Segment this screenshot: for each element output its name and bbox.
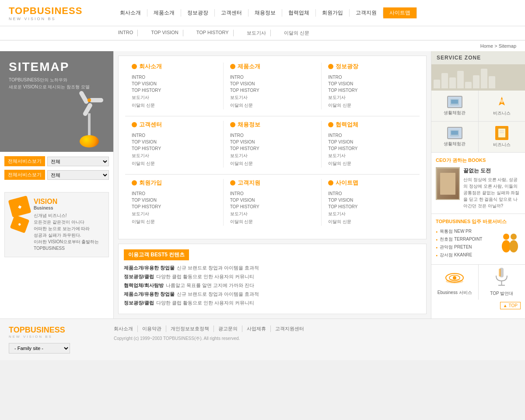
sitemap-link[interactable]: 보도기사 — [230, 210, 315, 218]
footer-nav-support[interactable]: 고객지원센터 — [275, 326, 308, 332]
sitemap-col-cs: 고객센터 INTRO TOP VISION TOP HISTORY 보도기사 이… — [125, 121, 224, 168]
ebusiness-label: Ebusiness 서비스 — [438, 290, 472, 296]
service-label-1: 전체서비스보기 — [4, 156, 45, 166]
sitemap-link[interactable]: TOP VISION — [132, 197, 217, 203]
family-site-select[interactable]: - Family site - — [9, 343, 70, 354]
sitemap-link[interactable]: TOP VISION — [132, 139, 217, 145]
sitemap-link[interactable]: TOP VISION — [328, 139, 413, 145]
sitemap-link[interactable]: 이달의 신문 — [132, 160, 217, 168]
sitemap-cat-cs-title: 고객센터 — [132, 121, 217, 129]
sitemap-link[interactable]: 이달의 신문 — [328, 102, 413, 109]
biz-services-title: TOPBUSINNES 입주 바로서비스 — [436, 218, 521, 225]
sitemap-link[interactable]: TOP HISTORY — [230, 87, 315, 94]
sub-nav-vision[interactable]: TOP VISION — [147, 30, 183, 36]
nav-item-partner[interactable]: 협력업체 — [282, 9, 316, 17]
sitemap-link[interactable]: TOP HISTORY — [328, 145, 413, 152]
sitemap-col-partner: 협력업체 INTRO TOP VISION TOP HISTORY 보도기사 이… — [322, 121, 420, 168]
sitemap-link[interactable]: INTRO — [230, 132, 315, 139]
sz-img-3[interactable]: 생활체험관 — [431, 122, 478, 152]
sitemap-link[interactable]: TOP VISION — [328, 197, 413, 203]
sitemap-link[interactable]: 보도기사 — [328, 152, 413, 160]
sitemap-cat-join-title: 회원가입 — [132, 179, 217, 187]
ebusiness-icon — [445, 269, 465, 287]
nav-item-info[interactable]: 정보광장 — [181, 9, 215, 17]
sitemap-link[interactable]: TOP HISTORY — [132, 87, 217, 94]
footer-nav-privacy[interactable]: 개인정보보호정책 — [171, 326, 214, 332]
vision-title: VISION — [34, 198, 99, 206]
sitemap-link[interactable]: 보도기사 — [230, 152, 315, 160]
sub-nav-news[interactable]: 보도기사 — [242, 30, 271, 36]
logo-top: TOP — [9, 5, 30, 16]
sz-img-2[interactable]: 비즈니스 — [479, 91, 525, 121]
service-select-1[interactable]: 전체 — [47, 157, 109, 166]
sitemap-link[interactable]: 이달의 신문 — [230, 160, 315, 168]
sitemap-link[interactable]: 이달의 신문 — [328, 160, 413, 168]
sitemap-link[interactable]: INTRO — [230, 74, 315, 80]
sitemap-link[interactable]: TOP VISION — [328, 80, 413, 87]
sitemap-link[interactable]: 이달의 신문 — [132, 102, 217, 109]
sitemap-link[interactable]: 이달의 신문 — [132, 218, 217, 226]
sitemap-link[interactable]: INTRO — [328, 132, 413, 139]
nav-item-company[interactable]: 회사소개 — [114, 9, 147, 17]
bottom-icon-ebusiness[interactable]: Ebusiness 서비스 — [431, 265, 478, 300]
sitemap-link[interactable]: INTRO — [132, 190, 217, 197]
sitemap-link[interactable]: TOP HISTORY — [230, 203, 315, 210]
sitemap-link[interactable]: TOP HISTORY — [230, 145, 315, 152]
sitemap-link[interactable]: TOP VISION — [132, 80, 217, 87]
sitemap-link[interactable]: INTRO — [132, 132, 217, 139]
footer-nav-company[interactable]: 회사소개 — [114, 326, 138, 332]
chart-bar — [481, 69, 487, 88]
nav-item-join[interactable]: 회원가입 — [316, 9, 350, 17]
sitemap-link[interactable]: 이달의 신문 — [230, 218, 315, 226]
sitemap-link[interactable]: TOP HISTORY — [328, 87, 413, 94]
nav-item-employment[interactable]: 채용정보 — [248, 9, 282, 17]
sitemap-link[interactable]: TOP HISTORY — [132, 145, 217, 152]
biz-service-item-3[interactable]: 관악점 PRETEN — [436, 244, 499, 250]
sitemap-link[interactable]: 이달의 신문 — [328, 218, 413, 226]
sub-nav-history[interactable]: TOP HISTORY — [192, 30, 234, 36]
nav-item-sitemap[interactable]: 사이트맵 — [383, 7, 417, 18]
footer-nav-biz[interactable]: 사업제휴 — [247, 326, 271, 332]
sitemap-link[interactable]: 보도기사 — [132, 94, 217, 102]
sitemap-link[interactable]: TOP HISTORY — [328, 203, 413, 210]
sub-nav-monthly[interactable]: 이달의 신문 — [280, 30, 314, 36]
logo[interactable]: TOPBUSINESS — [9, 5, 105, 17]
sitemap-link[interactable]: TOP VISION — [230, 139, 315, 145]
sitemap-link[interactable]: 이달의 신문 — [230, 102, 315, 109]
sitemap-link[interactable]: INTRO — [328, 190, 413, 197]
footer-nav-ads[interactable]: 광고문의 — [218, 326, 242, 332]
nav-item-customer[interactable]: 고객센터 — [215, 9, 248, 17]
sitemap-link[interactable]: 보도기사 — [132, 152, 217, 160]
sitemap-row-2: 고객센터 INTRO TOP VISION TOP HISTORY 보도기사 이… — [125, 121, 420, 168]
sitemap-link[interactable]: TOP VISION — [230, 80, 315, 87]
sitemap-link[interactable]: INTRO — [328, 74, 413, 80]
sitemap-link[interactable]: TOP HISTORY — [132, 203, 217, 210]
sz-img-1[interactable]: 생활체험관 — [431, 91, 478, 121]
chart-bar — [457, 71, 464, 88]
sitemap-link[interactable]: TOP VISION — [230, 197, 315, 203]
service-select-2[interactable]: 전체 — [47, 170, 109, 180]
sub-nav-intro[interactable]: INTRO — [114, 30, 138, 36]
logo-bottom: BUSINESS — [30, 5, 82, 16]
sitemap-link[interactable]: 보도기사 — [132, 210, 217, 218]
sitemap-link[interactable]: INTRO — [132, 74, 217, 80]
biz-service-item-4[interactable]: 강서점 KKANRE — [436, 252, 499, 258]
books-section: CEO가 권하는 BOOKS 끝없는 도전 산의 정상에 오른 사람, 성공의 … — [431, 152, 525, 214]
footer-nav-terms[interactable]: 이용약관 — [142, 326, 166, 332]
bottom-icon-top[interactable]: TOP 발언대 — [479, 265, 525, 300]
service-label-2: 전체서비스보기 — [4, 170, 45, 180]
book-icon — [495, 126, 508, 140]
book-title[interactable]: 끝없는 도전 — [463, 167, 521, 175]
sitemap-link[interactable]: 보도기사 — [328, 210, 413, 218]
sitemap-col-product: 제품소개 INTRO TOP VISION TOP HISTORY 보도기사 이… — [224, 63, 322, 109]
nav-item-support[interactable]: 고객지원 — [350, 9, 383, 17]
sz-img-4[interactable]: 비즈니스 — [479, 122, 525, 152]
biz-service-item-2[interactable]: 천호점 TERRAPOINT — [436, 236, 499, 242]
biz-service-item-1[interactable]: 목통점 NEW PR — [436, 228, 499, 234]
sitemap-link[interactable]: INTRO — [230, 190, 315, 197]
nav-item-product[interactable]: 제품소개 — [147, 9, 181, 17]
sitemap-link[interactable]: 보도기사 — [328, 94, 413, 102]
top-button[interactable]: ▲ TOP — [500, 302, 521, 309]
sz-label-1: 생활체험관 — [444, 110, 466, 116]
sitemap-link[interactable]: 보도기사 — [230, 94, 315, 102]
